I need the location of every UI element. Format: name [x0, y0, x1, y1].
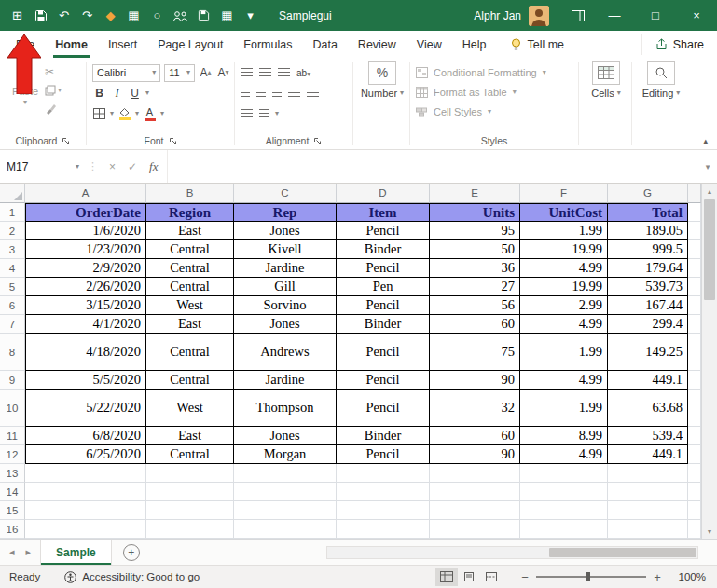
cell-F1[interactable]: UnitCost [520, 203, 608, 222]
font-color-chevron-icon[interactable]: ▾ [160, 110, 164, 117]
tab-help[interactable]: Help [452, 31, 497, 58]
cell-D8[interactable]: Pencil [337, 334, 430, 371]
number-format-button[interactable]: % Number▾ [355, 58, 407, 149]
cell-A11[interactable]: 6/8/2020 [25, 427, 146, 445]
cell-D14[interactable] [337, 483, 430, 501]
format-as-table-button[interactable]: Format as Table ▾ [416, 82, 574, 102]
align-left-icon[interactable] [241, 89, 250, 98]
tab-home[interactable]: Home [45, 31, 98, 58]
zoom-slider[interactable] [536, 576, 646, 578]
cell-D12[interactable]: Pencil [337, 445, 430, 464]
alignment-dialog-launcher[interactable] [313, 137, 322, 145]
cell-D15[interactable] [337, 501, 430, 520]
cell-D7[interactable]: Binder [337, 315, 430, 334]
cell-D3[interactable]: Binder [337, 240, 430, 259]
cell-C1[interactable]: Rep [234, 203, 337, 222]
save-as-icon[interactable] [192, 4, 215, 28]
people-icon[interactable] [169, 4, 192, 28]
borders-button[interactable] [92, 106, 106, 122]
cell-G2[interactable]: 189.05 [608, 222, 688, 240]
cell-A1[interactable]: OrderDate [25, 203, 146, 222]
top-align-icon[interactable] [241, 68, 253, 77]
cell-B15[interactable] [146, 501, 234, 520]
redo-icon[interactable]: ↷ [76, 4, 99, 28]
select-all-corner[interactable] [0, 184, 25, 203]
font-size-combo[interactable]: 11 ▾ [164, 64, 195, 82]
increase-indent-icon[interactable] [307, 89, 319, 98]
cell-A12[interactable]: 6/25/2020 [25, 445, 146, 464]
cell-A7[interactable]: 4/1/2020 [25, 315, 146, 334]
formula-bar-separator[interactable]: ⋮ [86, 150, 100, 183]
cell-F3[interactable]: 19.99 [520, 240, 608, 259]
cell-F7[interactable]: 4.99 [520, 315, 608, 334]
cells-button[interactable]: Cells▾ [579, 58, 631, 149]
cell-B11[interactable]: East [146, 427, 234, 445]
cell-E11[interactable]: 60 [430, 427, 520, 445]
cell-G8[interactable]: 149.25 [608, 334, 688, 371]
cell-F10[interactable]: 1.99 [520, 390, 608, 427]
cut-button[interactable]: ✂ [45, 64, 62, 79]
cell-F9[interactable]: 4.99 [520, 371, 608, 390]
conditional-formatting-button[interactable]: Conditional Formatting ▾ [416, 62, 574, 82]
zoom-in-icon[interactable]: + [650, 570, 665, 584]
maximize-button[interactable]: □ [635, 0, 676, 31]
row-header-12[interactable]: 12 [0, 445, 25, 464]
cell-E5[interactable]: 27 [430, 278, 520, 296]
ribbon-display-options-icon[interactable] [562, 0, 594, 31]
scroll-up-icon[interactable]: ▴ [702, 184, 717, 198]
vertical-scrollbar-thumb[interactable] [704, 199, 715, 300]
cell-E6[interactable]: 56 [430, 296, 520, 315]
wrap-text-icon[interactable] [241, 109, 253, 118]
cell-F14[interactable] [520, 483, 608, 501]
cell-F15[interactable] [520, 501, 608, 520]
row-header-4[interactable]: 4 [0, 259, 25, 278]
cell-G15[interactable] [608, 501, 688, 520]
horizontal-scrollbar-thumb[interactable] [549, 548, 696, 557]
cell-G1[interactable]: Total [608, 203, 688, 222]
cell-F13[interactable] [520, 464, 608, 483]
align-right-icon[interactable] [272, 89, 282, 98]
cell-B13[interactable] [146, 464, 234, 483]
fill-color-chevron-icon[interactable]: ▾ [135, 110, 139, 117]
cell-E10[interactable]: 32 [430, 390, 520, 427]
cell-D5[interactable]: Pen [337, 278, 430, 296]
decrease-font-size-button[interactable]: A▾ [216, 65, 230, 81]
cell-D16[interactable] [337, 520, 430, 539]
cell-F11[interactable]: 8.99 [520, 427, 608, 445]
qat-customize-icon[interactable]: ▾ [239, 4, 262, 28]
cell-C16[interactable] [234, 520, 337, 539]
clipboard-dialog-launcher[interactable] [62, 137, 70, 145]
row-header-6[interactable]: 6 [0, 296, 25, 315]
cell-B6[interactable]: West [146, 296, 234, 315]
prev-sheet-icon[interactable]: ◂ [9, 546, 15, 558]
save-icon[interactable] [29, 4, 52, 28]
font-name-combo[interactable]: Calibri ▾ [92, 64, 160, 82]
format-painter-button[interactable] [45, 102, 62, 116]
row-header-11[interactable]: 11 [0, 427, 25, 445]
cell-G14[interactable] [608, 483, 688, 501]
merge-center-chevron-icon[interactable]: ▾ [275, 110, 279, 117]
normal-view-button[interactable] [435, 568, 458, 586]
cell-D13[interactable] [337, 464, 430, 483]
cell-A10[interactable]: 5/22/2020 [25, 390, 146, 427]
tab-page-layout[interactable]: Page Layout [147, 31, 233, 58]
cell-G11[interactable]: 539.4 [608, 427, 688, 445]
cell-F12[interactable]: 4.99 [520, 445, 608, 464]
underline-chevron-icon[interactable]: ▾ [145, 89, 149, 97]
italic-button[interactable]: I [110, 86, 124, 102]
cell-A9[interactable]: 5/5/2020 [25, 371, 146, 390]
cell-D6[interactable]: Pencil [337, 296, 430, 315]
column-header-B[interactable]: B [146, 184, 234, 203]
column-header-A[interactable]: A [25, 184, 146, 203]
undo-icon[interactable]: ↶ [52, 4, 76, 28]
cell-C11[interactable]: Jones [234, 427, 337, 445]
borders-chevron-icon[interactable]: ▾ [110, 110, 114, 117]
cell-C14[interactable] [234, 483, 337, 501]
copy-button[interactable]: ▾ [45, 83, 62, 98]
expand-formula-bar-icon[interactable]: ▾ [698, 150, 717, 183]
cell-A14[interactable] [25, 483, 146, 501]
avatar[interactable] [529, 6, 549, 26]
cell-E2[interactable]: 95 [430, 222, 520, 240]
cell-G7[interactable]: 299.4 [608, 315, 688, 334]
column-header-C[interactable]: C [234, 184, 337, 203]
